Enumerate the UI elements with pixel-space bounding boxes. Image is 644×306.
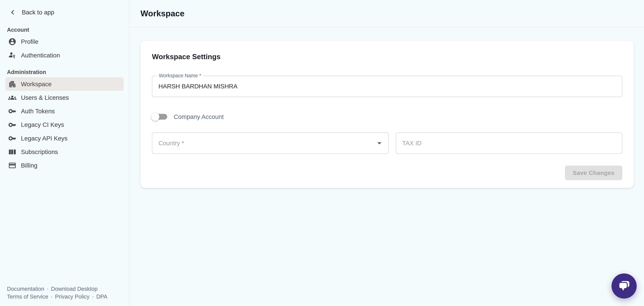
workspace-settings-card: Workspace Settings Workspace Name * Comp… [140,41,634,188]
workspace-name-input[interactable] [152,76,622,97]
save-changes-button[interactable]: Save Changes [565,166,622,180]
main-area: Workspace Workspace Settings Workspace N… [130,0,644,306]
chat-launcher-button[interactable] [612,273,636,298]
app-window: Back to app Account Profile Authenticati… [0,0,644,306]
settings-sidebar: Back to app Account Profile Authenticati… [0,0,130,306]
privacy-policy-link[interactable]: Privacy Policy [55,293,90,300]
chevron-left-icon [9,9,16,16]
dpa-link[interactable]: DPA [96,293,107,300]
back-to-app-label: Back to app [22,9,54,16]
download-desktop-link[interactable]: Download Desktop [51,286,98,292]
groups-icon [8,94,16,102]
section-title-account: Account [7,26,122,33]
card-actions: Save Changes [152,166,622,180]
workspace-name-field: Workspace Name * [152,76,622,97]
sidebar-item-label: Authentication [21,52,60,59]
toggle-thumb [151,113,159,121]
sidebar-item-users-licenses[interactable]: Users & Licenses [5,91,124,104]
key-icon [8,134,16,142]
sidebar-item-label: Users & Licenses [21,94,69,101]
key-icon [8,121,16,129]
sidebar-item-label: Auth Tokens [21,107,55,115]
person-key-icon [8,51,16,59]
sidebar-item-label: Profile [21,38,38,45]
terms-of-service-link[interactable]: Terms of Service [7,293,48,300]
sidebar-item-label: Subscriptions [21,148,58,156]
footer-separator: · [48,293,55,300]
chat-bubbles-icon [618,279,631,292]
country-select[interactable]: Country * [152,132,389,154]
columns-icon [8,148,16,156]
workspace-name-label: Workspace Name * [157,73,203,78]
sidebar-footer: Documentation·Download Desktop Terms of … [7,285,108,301]
account-circle-icon [8,38,16,46]
company-account-row: Company Account [152,109,622,125]
sidebar-item-legacy-ci-keys[interactable]: Legacy CI Keys [5,118,124,131]
section-title-administration: Administration [7,69,122,76]
sidebar-item-auth-tokens[interactable]: Auth Tokens [5,104,124,118]
credit-card-icon [8,161,16,170]
tax-id-field [396,132,622,154]
card-title: Workspace Settings [152,51,622,62]
sidebar-item-label: Legacy CI Keys [21,121,64,128]
tax-id-input[interactable] [396,133,622,154]
footer-row-2: Terms of Service·Privacy Policy·DPA [7,293,108,300]
building-icon [8,80,16,88]
company-account-toggle[interactable] [152,113,168,121]
country-select-label: Country * [158,140,184,147]
sidebar-item-profile[interactable]: Profile [5,35,124,49]
footer-row-1: Documentation·Download Desktop [7,285,108,293]
footer-separator: · [44,286,51,292]
footer-separator: · [90,293,96,300]
back-to-app-button[interactable]: Back to app [9,7,129,18]
arrow-drop-down-icon [374,138,384,148]
sidebar-item-workspace[interactable]: Workspace [5,77,124,91]
sidebar-item-authentication[interactable]: Authentication [5,49,124,62]
main-header: Workspace [130,0,644,27]
sidebar-item-subscriptions[interactable]: Subscriptions [5,145,124,159]
sidebar-item-label: Billing [21,162,38,169]
company-account-label: Company Account [174,113,224,120]
sidebar-item-label: Legacy API Keys [21,135,68,142]
sidebar-item-billing[interactable]: Billing [5,159,124,172]
page-title: Workspace [140,9,184,18]
country-tax-row: Country * [152,132,622,154]
sidebar-item-label: Workspace [21,80,52,88]
content-area: Workspace Settings Workspace Name * Comp… [130,27,644,188]
documentation-link[interactable]: Documentation [7,286,44,292]
sidebar-item-legacy-api-keys[interactable]: Legacy API Keys [5,131,124,145]
key-icon [8,107,16,115]
